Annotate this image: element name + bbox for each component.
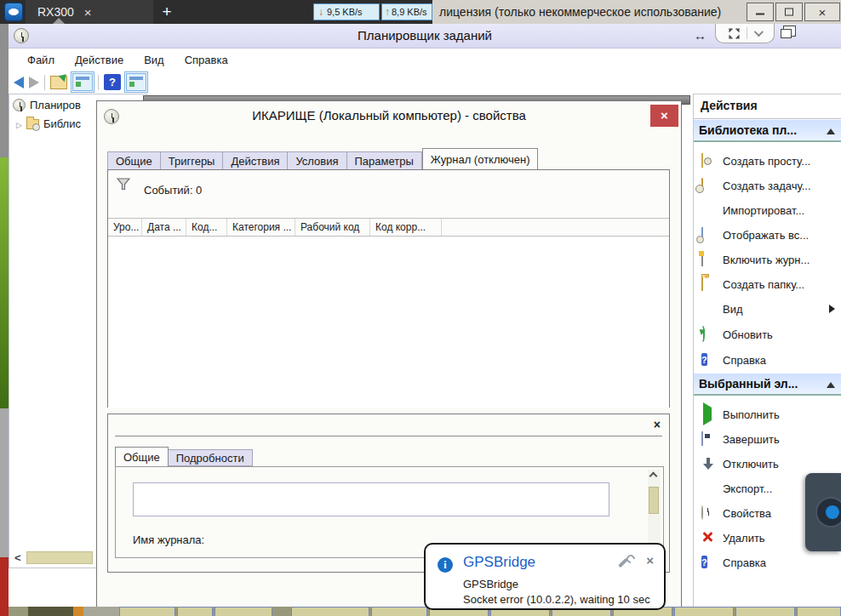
back-icon[interactable] — [14, 77, 24, 88]
preview-scrollbar[interactable] — [648, 470, 661, 555]
action-run[interactable]: Выполнить — [694, 404, 841, 425]
chevron-down-icon[interactable] — [754, 27, 764, 37]
teamviewer-widget[interactable] — [805, 473, 841, 551]
tree-item-scheduler-label: Планиров — [30, 99, 81, 111]
action-label: Включить журн... — [723, 254, 810, 266]
tab-conditions[interactable]: Условия — [288, 151, 346, 170]
column-date[interactable]: Дата ... — [142, 219, 186, 236]
taskbar-start-area[interactable] — [28, 607, 73, 616]
expander-icon[interactable] — [16, 117, 22, 130]
preview-tab-details[interactable]: Подробности — [169, 449, 253, 466]
filter-funnel-icon[interactable] — [117, 178, 130, 191]
notification-close-icon[interactable]: × — [646, 553, 654, 568]
scrollbar-thumb[interactable] — [649, 487, 659, 514]
action-refresh[interactable]: Обновить — [694, 324, 841, 345]
export-icon[interactable] — [50, 76, 67, 89]
taskbar-orange-button[interactable] — [73, 607, 83, 616]
wrench-icon[interactable] — [620, 556, 632, 568]
session-controls-tab[interactable] — [715, 24, 775, 43]
action-view[interactable]: Вид — [694, 299, 841, 319]
taskbar-button[interactable] — [735, 607, 795, 616]
action-label: Экспорт... — [723, 482, 772, 495]
collapse-icon[interactable] — [827, 382, 835, 388]
action-create-folder[interactable]: Создать папку... — [694, 274, 841, 294]
events-table-body[interactable] — [108, 237, 669, 408]
action-help[interactable]: Справка — [694, 350, 841, 370]
upload-speed-value: 8,9 KB/s — [392, 7, 427, 17]
close-icon: × — [819, 6, 827, 19]
taskbar-button[interactable] — [291, 607, 369, 616]
session-tab-close-icon[interactable]: × — [84, 5, 92, 20]
submenu-arrow-icon — [829, 305, 835, 313]
forward-icon[interactable] — [29, 77, 39, 88]
action-help-selected[interactable]: Справка — [694, 552, 841, 573]
section-header-selected[interactable]: Выбранный эл... — [694, 374, 841, 396]
action-create-simple-task[interactable]: Создать просту... — [694, 151, 841, 171]
windows-restore-icon[interactable] — [781, 29, 792, 38]
desktop-green — [0, 157, 9, 408]
toolbar-help-icon[interactable] — [104, 74, 121, 90]
tab-history-disabled[interactable]: Журнал (отключен) — [422, 148, 539, 170]
tree-horizontal-scrollbar[interactable] — [11, 550, 96, 566]
resize-horizontal-icon[interactable]: ↔ — [694, 28, 707, 43]
column-level[interactable]: Уро... — [108, 219, 142, 236]
action-end[interactable]: Завершить — [694, 429, 841, 449]
fullscreen-icon[interactable] — [729, 28, 740, 39]
tab-general[interactable]: Общие — [107, 151, 161, 170]
action-label: Справка — [723, 556, 766, 569]
tab-settings[interactable]: Параметры — [347, 151, 422, 170]
tab-notch — [53, 18, 65, 24]
desktop-gray-bottom — [0, 408, 9, 557]
action-label: Удалить — [723, 532, 765, 545]
section-header-selected-label: Выбранный эл... — [699, 377, 798, 391]
preview-close-icon[interactable]: × — [654, 418, 661, 431]
column-correlation[interactable]: Код корр... — [370, 219, 442, 236]
taskbar-button[interactable] — [119, 607, 175, 616]
minimize-button[interactable] — [747, 3, 774, 21]
display-tasks-icon — [701, 227, 703, 242]
column-category[interactable]: Категория ... — [227, 219, 295, 236]
menu-file[interactable]: Файл — [19, 51, 63, 69]
show-action-pane-icon[interactable] — [126, 73, 146, 91]
taskbar-button[interactable] — [215, 607, 272, 616]
tree-item-library[interactable]: Библис — [16, 117, 81, 130]
session-tab-rx300[interactable]: RX300 × — [26, 0, 153, 24]
preview-tabs: Общие Подробности — [115, 447, 253, 466]
collapse-icon[interactable] — [827, 128, 835, 134]
taskbar-button[interactable] — [371, 607, 427, 616]
scroll-up-icon[interactable] — [649, 472, 658, 481]
column-code[interactable]: Код... — [186, 219, 227, 236]
preview-tab-general[interactable]: Общие — [115, 447, 169, 466]
maximize-button[interactable] — [775, 3, 803, 21]
dialog-close-button[interactable]: × — [650, 105, 678, 127]
info-icon — [438, 557, 453, 573]
tab-actions[interactable]: Действия — [223, 151, 288, 170]
dialog-title: ИКАРИЩЕ (Локальный компьютер) - свойства — [97, 108, 681, 123]
new-tab-button[interactable]: + — [156, 1, 178, 23]
event-description-box[interactable] — [133, 482, 609, 516]
taskbar-button[interactable] — [797, 607, 841, 616]
action-disable[interactable]: Отключить — [694, 453, 841, 474]
dialog-tabs: Общие Триггеры Действия Условия Параметр… — [107, 148, 538, 170]
tab-triggers[interactable]: Триггеры — [161, 151, 224, 170]
tree-item-scheduler[interactable]: Планиров — [13, 99, 81, 111]
scroll-left-icon[interactable] — [11, 550, 25, 566]
upload-speed-badge: ↑ 8,9 KB/s — [381, 3, 432, 20]
enable-log-icon — [701, 252, 703, 266]
upload-arrow-icon: ↑ — [385, 6, 390, 18]
scrollbar-thumb[interactable] — [26, 551, 93, 564]
menu-view[interactable]: Вид — [135, 51, 173, 69]
action-create-task[interactable]: Создать задачу... — [694, 175, 841, 196]
taskbar-button[interactable] — [177, 607, 213, 616]
column-opcode[interactable]: Рабочий код — [295, 219, 370, 236]
action-import-task[interactable]: Импортироват... — [694, 200, 841, 220]
show-console-tree-icon[interactable] — [72, 73, 93, 91]
action-enable-log[interactable]: Включить журн... — [694, 249, 841, 270]
close-button[interactable]: × — [804, 3, 840, 21]
menu-action[interactable]: Действие — [66, 51, 132, 69]
section-header-library[interactable]: Библиотека пл... — [694, 120, 841, 142]
action-display-running[interactable]: Отображать вс... — [694, 225, 841, 245]
menu-help[interactable]: Справка — [176, 51, 237, 69]
notification-title[interactable]: GPSBridge — [463, 554, 535, 571]
taskbar-button[interactable] — [674, 607, 734, 616]
